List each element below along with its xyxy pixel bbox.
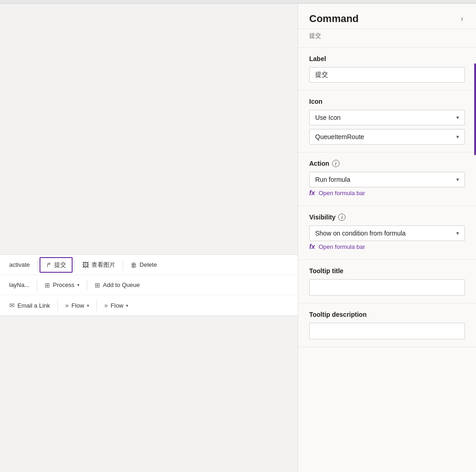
- process-chevron: ▾: [77, 282, 79, 287]
- show-condition-dropdown[interactable]: Show on condition from formula ▾: [309, 225, 465, 241]
- flow1-label: Flow: [72, 302, 84, 309]
- queue-item-route-chevron: ▾: [456, 134, 459, 140]
- visibility-section-header: Visibility i: [309, 214, 465, 221]
- divider-1: [37, 259, 38, 270]
- right-panel: Command › 提交 Label Icon Use Icon ▾ Queue…: [298, 4, 476, 472]
- add-queue-label: Add to Queue: [103, 281, 140, 288]
- divider-6: [57, 300, 58, 311]
- canvas-area: activate ↱ 提交 🖼 查看图片 🗑 Delete: [0, 4, 298, 472]
- add-queue-icon: ⊞: [95, 281, 100, 289]
- toolbar-row-2: layNa... ⊞ Process ▾ ⊞ Add to Queue: [0, 275, 298, 295]
- visibility-formula-link[interactable]: fx Open formula bar: [309, 241, 465, 252]
- toolbar-ribbon: activate ↱ 提交 🖼 查看图片 🗑 Delete: [0, 254, 298, 316]
- show-condition-value: Show on condition from formula: [315, 230, 406, 237]
- submit-icon: ↱: [46, 261, 51, 269]
- label-input[interactable]: [309, 67, 465, 83]
- divider-7: [96, 300, 97, 311]
- photo-label: 查看图片: [91, 261, 115, 269]
- process-label: Process: [53, 281, 74, 288]
- process-icon: ⊞: [45, 281, 50, 289]
- divider-2: [74, 259, 75, 270]
- process-button[interactable]: ⊞ Process ▾: [39, 279, 85, 292]
- action-formula-label: Open formula bar: [318, 190, 365, 197]
- submit-label: 提交: [54, 261, 66, 269]
- use-icon-value: Use Icon: [315, 114, 340, 121]
- action-info-icon[interactable]: i: [332, 160, 340, 167]
- show-condition-chevron: ▾: [456, 230, 459, 236]
- flow1-button[interactable]: » Flow ▾: [60, 299, 95, 312]
- use-icon-dropdown[interactable]: Use Icon ▾: [309, 110, 465, 125]
- delete-button[interactable]: 🗑 Delete: [125, 258, 163, 271]
- tooltip-title-section: Tooltip title: [298, 260, 476, 303]
- divider-3: [123, 259, 123, 270]
- flow1-icon: »: [65, 302, 69, 309]
- run-formula-dropdown[interactable]: Run formula ▾: [309, 172, 465, 187]
- email-link-label: Email a Link: [17, 302, 50, 309]
- divider-5: [87, 280, 87, 291]
- delete-icon: 🗑: [130, 261, 137, 269]
- photo-button[interactable]: 🖼 查看图片: [77, 258, 121, 272]
- command-expand-button[interactable]: ›: [459, 13, 465, 25]
- email-icon: ✉: [9, 302, 15, 309]
- visibility-section-title: Visibility: [309, 214, 335, 221]
- scroll-indicator: [474, 63, 476, 155]
- action-section-header: Action i: [309, 160, 465, 167]
- run-formula-chevron: ▾: [456, 176, 459, 183]
- visibility-info-icon[interactable]: i: [338, 214, 346, 221]
- activate-label: activate: [9, 261, 30, 268]
- icon-section: Icon Use Icon ▾ QueueItemRoute ▾: [298, 90, 476, 152]
- command-subtitle: 提交: [298, 29, 476, 48]
- action-fx-icon: fx: [309, 189, 315, 197]
- toolbar-row-3: ✉ Email a Link » Flow ▾ » Flow ▾: [0, 295, 298, 315]
- label-section: Label: [298, 48, 476, 90]
- command-title: Command: [309, 13, 359, 25]
- delete-label: Delete: [140, 261, 157, 268]
- tooltip-title-label: Tooltip title: [309, 267, 465, 275]
- submit-button[interactable]: ↱ 提交: [40, 257, 73, 273]
- tooltip-desc-label: Tooltip description: [309, 311, 465, 318]
- visibility-formula-label: Open formula bar: [318, 243, 365, 250]
- flow1-chevron: ▾: [87, 303, 89, 308]
- visibility-section: Visibility i Show on condition from form…: [298, 206, 476, 260]
- flow2-label: Flow: [111, 302, 123, 309]
- label-section-title: Label: [309, 55, 465, 62]
- icon-section-title: Icon: [309, 98, 465, 105]
- queue-item-route-value: QueueItemRoute: [315, 133, 364, 140]
- tooltip-desc-input[interactable]: [309, 323, 465, 339]
- tooltip-desc-section: Tooltip description: [298, 303, 476, 347]
- flow2-chevron: ▾: [126, 303, 128, 308]
- toolbar-row-1: activate ↱ 提交 🖼 查看图片 🗑 Delete: [0, 255, 298, 275]
- queue-item-route-dropdown[interactable]: QueueItemRoute ▾: [309, 129, 465, 145]
- main-area: activate ↱ 提交 🖼 查看图片 🗑 Delete: [0, 4, 476, 472]
- chevron-right-icon: ›: [461, 15, 463, 22]
- action-formula-link[interactable]: fx Open formula bar: [309, 187, 465, 198]
- flow2-icon: »: [104, 302, 108, 309]
- email-link-button[interactable]: ✉ Email a Link: [4, 299, 56, 312]
- command-header: Command ›: [298, 4, 476, 29]
- visibility-fx-icon: fx: [309, 243, 315, 250]
- run-formula-value: Run formula: [315, 176, 350, 183]
- tooltip-title-input[interactable]: [309, 279, 465, 296]
- add-to-queue-button[interactable]: ⊞ Add to Queue: [89, 279, 145, 292]
- photo-icon: 🖼: [82, 261, 89, 269]
- top-bar: [0, 0, 476, 4]
- flow2-button[interactable]: » Flow ▾: [99, 299, 134, 312]
- use-icon-chevron: ▾: [456, 114, 459, 121]
- activate-button[interactable]: activate: [4, 258, 35, 271]
- displayname-button[interactable]: layNa...: [4, 279, 35, 291]
- displayname-label: layNa...: [9, 281, 29, 288]
- action-section-title: Action: [309, 160, 329, 167]
- action-section: Action i Run formula ▾ fx Open formula b…: [298, 152, 476, 206]
- divider-4: [37, 280, 37, 291]
